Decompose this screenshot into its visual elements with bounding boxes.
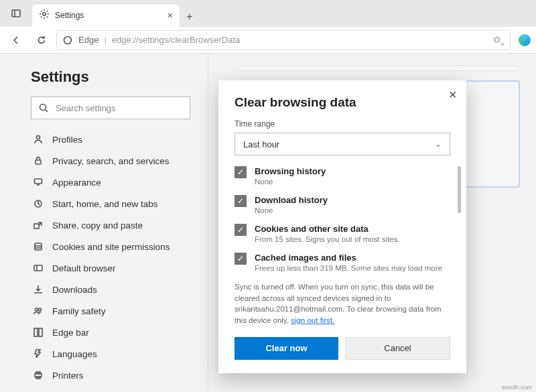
chevron-down-icon: ⌄ (435, 139, 442, 149)
sidebar-item-system-and-performance[interactable]: System and performance (31, 386, 190, 392)
clear-option-0: ✓Browsing historyNone (234, 166, 450, 186)
tab-title: Settings (55, 11, 162, 20)
svg-point-3 (64, 36, 72, 44)
settings-sidebar: Settings Search settings ProfilesPrivacy… (0, 54, 208, 392)
checkbox[interactable]: ✓ (234, 166, 247, 178)
nav-icon (32, 220, 44, 231)
cancel-button[interactable]: Cancel (345, 337, 450, 360)
sidebar-item-edge-bar[interactable]: Edge bar (31, 322, 190, 343)
sidebar-item-label: Profiles (52, 135, 82, 145)
svg-rect-10 (34, 224, 39, 228)
favorite-button[interactable]: ✩o (492, 34, 505, 46)
sync-note: Sync is turned off. When you turn on syn… (234, 281, 450, 326)
clear-browsing-data-dialog: ✕ Clear browsing data Time range Last ho… (218, 80, 466, 373)
sidebar-item-label: Share, copy and paste (52, 220, 143, 231)
edge-icon (62, 35, 73, 46)
browser-tab[interactable]: Settings × (32, 4, 180, 27)
option-name: Browsing history (255, 166, 326, 176)
gear-icon (39, 9, 50, 22)
time-range-value: Last hour (243, 139, 279, 149)
nav-icon (32, 134, 44, 145)
nav-icon (32, 155, 44, 166)
checkbox[interactable]: ✓ (234, 253, 247, 265)
tab-actions-button[interactable] (5, 3, 27, 24)
sidebar-item-label: Privacy, search, and services (52, 156, 170, 166)
svg-rect-17 (34, 328, 38, 336)
nav-icon (32, 241, 44, 252)
nav-icon (32, 263, 44, 273)
option-sub: None (255, 206, 328, 214)
svg-point-15 (36, 308, 38, 311)
new-tab-button[interactable]: + (180, 7, 200, 27)
refresh-icon (36, 35, 47, 46)
url-host: Edge (78, 35, 98, 45)
sidebar-item-cookies-and-site-permissions[interactable]: Cookies and site permissions (31, 236, 190, 257)
svg-rect-0 (12, 10, 20, 17)
search-icon (38, 103, 49, 113)
svg-rect-8 (35, 179, 42, 184)
svg-point-6 (37, 136, 40, 139)
options-scrollbar[interactable] (458, 166, 461, 213)
svg-rect-18 (39, 328, 42, 336)
checkbox[interactable]: ✓ (234, 195, 247, 207)
svg-rect-14 (34, 265, 42, 271)
sidebar-item-downloads[interactable]: Downloads (31, 279, 190, 300)
back-button[interactable] (5, 29, 27, 51)
nav-icon (32, 177, 44, 188)
sidebar-item-default-browser[interactable]: Default browser (31, 257, 190, 279)
refresh-button[interactable] (31, 29, 52, 51)
clear-option-3: ✓Cached images and filesFrees up less th… (234, 253, 450, 272)
sidebar-item-share-copy-and-paste[interactable]: Share, copy and paste (31, 214, 190, 236)
clear-option-1: ✓Download historyNone (234, 195, 450, 214)
close-dialog-button[interactable]: ✕ (448, 88, 457, 101)
sidebar-item-label: Languages (52, 349, 97, 359)
svg-rect-11 (35, 243, 42, 250)
sidebar-item-family-safety[interactable]: Family safety (31, 300, 190, 322)
svg-point-4 (40, 105, 46, 111)
svg-line-5 (46, 110, 48, 112)
sidebar-item-appearance[interactable]: Appearance (31, 172, 190, 193)
sidebar-item-label: Edge bar (52, 328, 89, 338)
sidebar-item-start-home-and-new-tabs[interactable]: Start, home, and new tabs (31, 193, 190, 214)
nav-icon (32, 370, 44, 381)
checkbox[interactable]: ✓ (234, 224, 247, 236)
option-name: Cached images and files (255, 253, 442, 263)
sidebar-item-printers[interactable]: Printers (31, 365, 190, 386)
arrow-left-icon (11, 35, 21, 46)
sidebar-item-label: Cookies and site permissions (52, 242, 170, 252)
close-tab-icon[interactable]: × (168, 10, 173, 21)
option-sub: From 15 sites. Signs you out of most sit… (255, 235, 400, 243)
option-sub: Frees up less than 319 MB. Some sites ma… (255, 264, 442, 272)
option-name: Cookies and other site data (255, 224, 400, 234)
watermark: wsxdn.com (502, 384, 532, 391)
page-title: Settings (31, 68, 190, 86)
nav-icon (32, 327, 44, 338)
nav-icon (32, 284, 44, 295)
sidebar-item-label: Printers (52, 371, 84, 381)
sign-out-link[interactable]: sign out first. (291, 316, 334, 324)
sidebar-item-languages[interactable]: Languages (31, 343, 190, 365)
sidebar-item-label: Start, home, and new tabs (52, 199, 158, 209)
search-placeholder: Search settings (56, 103, 116, 113)
time-range-select[interactable]: Last hour ⌄ (234, 133, 450, 155)
sidebar-item-label: Downloads (52, 285, 97, 295)
sidebar-item-profiles[interactable]: Profiles (31, 129, 190, 150)
sidebar-item-label: Family safety (52, 306, 106, 316)
option-name: Download history (255, 195, 328, 205)
time-range-label: Time range (234, 119, 450, 129)
clear-now-button[interactable]: Clear now (234, 337, 338, 360)
address-bar[interactable]: Edge | edge://settings/clearBrowserData … (56, 30, 511, 50)
sidebar-item-label: Appearance (52, 178, 101, 188)
url-path: edge://settings/clearBrowserData (112, 35, 240, 45)
svg-point-16 (39, 308, 42, 311)
option-sub: None (255, 178, 326, 186)
nav-icon (32, 306, 44, 316)
svg-rect-7 (36, 160, 41, 164)
search-input[interactable]: Search settings (31, 96, 190, 119)
dialog-title: Clear browsing data (234, 95, 450, 110)
nav-icon (32, 348, 44, 359)
profile-button[interactable] (519, 34, 531, 46)
svg-point-2 (43, 13, 46, 15)
sidebar-item-label: Default browser (52, 263, 116, 273)
sidebar-item-privacy-search-and-services[interactable]: Privacy, search, and services (31, 150, 190, 172)
